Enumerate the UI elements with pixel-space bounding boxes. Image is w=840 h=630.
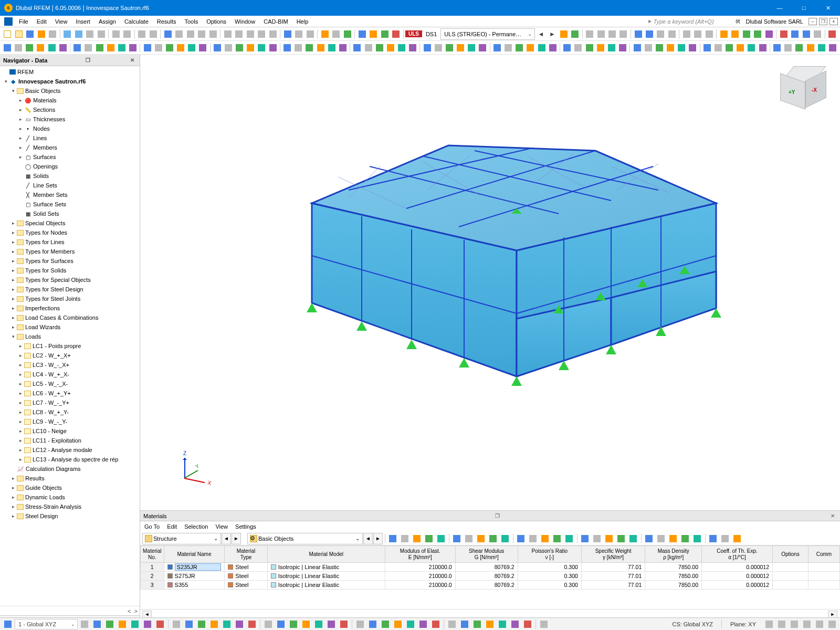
sb-btn-17[interactable] (300, 619, 312, 629)
tree-mid-5[interactable]: ▸Types for Solids (0, 266, 140, 275)
tb1-btn-37[interactable] (356, 28, 367, 40)
tb1-btn-23[interactable] (222, 28, 233, 40)
sb-btn-9[interactable] (196, 619, 207, 629)
mat-tb-btn-6[interactable] (463, 533, 475, 544)
tb2-btn-36[interactable] (422, 42, 433, 54)
tb2-btn-13[interactable] (153, 42, 164, 54)
tb1-rbtn-0[interactable] (558, 28, 569, 40)
tb2-btn-12[interactable] (142, 42, 153, 54)
mat-dd-basic[interactable]: ⚙Basic Objects (247, 533, 363, 544)
tb2-btn-14[interactable] (164, 42, 175, 54)
tb2-btn-27[interactable] (316, 42, 326, 54)
tree-bo-5[interactable]: ▸╱Members (0, 143, 140, 152)
tree-bo-11[interactable]: ▢Surface Sets (0, 200, 140, 209)
tb1-rbtn-4[interactable] (595, 28, 606, 40)
keyword-search[interactable]: Type a keyword (Alt+Q) (648, 18, 719, 25)
tb2-btn-45[interactable] (525, 42, 536, 54)
mat-menu-view[interactable]: View (215, 523, 228, 530)
tree-lc-6[interactable]: ▸LC7 - W_-_Y+ (0, 398, 140, 407)
tb2-btn-50[interactable] (584, 42, 595, 54)
tb2-btn-9[interactable] (106, 42, 116, 54)
mat-col-10[interactable]: Options (773, 546, 808, 563)
sb-btn-24[interactable] (392, 619, 404, 629)
mat-col-5[interactable]: Shear ModulusG [N/mm²] (455, 546, 518, 563)
tree-mid-11[interactable]: ▸Load Wizards (0, 322, 140, 332)
sb-btn-33[interactable] (509, 619, 521, 629)
tb1-rbtn-9[interactable] (644, 28, 655, 40)
tree-bo-0[interactable]: ▸🔴Materials (0, 96, 140, 105)
navigation-cube[interactable]: +Y -X (779, 65, 824, 110)
tb1-rbtn-24[interactable] (790, 28, 800, 40)
tb2-btn-29[interactable] (338, 42, 348, 54)
tb2-btn-17[interactable] (197, 42, 208, 54)
tree-bo-1[interactable]: ▸📏Sections (0, 105, 140, 114)
navigator-hscroll[interactable]: < > (0, 606, 140, 615)
mat-col-8[interactable]: Mass Densityρ [kg/m³] (645, 546, 702, 563)
tb2-btn-7[interactable] (83, 42, 93, 54)
tb2-btn-5[interactable] (58, 42, 68, 54)
tb2-btn-67[interactable] (783, 42, 793, 54)
tb2-btn-66[interactable] (772, 42, 782, 54)
tb1-btn-4[interactable] (47, 28, 58, 40)
mat-tb-btn-4[interactable] (435, 533, 447, 544)
mat-nav1-0[interactable]: ◄ (222, 533, 231, 544)
mat-tb-btn-2[interactable] (411, 533, 423, 544)
tb2-btn-30[interactable] (352, 42, 362, 54)
tree-mid-7[interactable]: ▸Types for Steel Design (0, 285, 140, 294)
tb1-rbtn-11[interactable] (667, 28, 677, 40)
mat-tb-btn-20[interactable] (643, 533, 655, 544)
materials-close-button[interactable]: ✕ (828, 512, 837, 520)
mat-tb-btn-0[interactable] (387, 533, 398, 544)
mat-col-6[interactable]: Poisson's Ratioν [-] (518, 546, 581, 563)
mat-col-9[interactable]: Coeff. of Th. Exp.α [1/°C] (702, 546, 773, 563)
mat-nav1-1[interactable]: ► (232, 533, 241, 544)
tb1-btn-35[interactable] (342, 28, 352, 40)
sb-btn-16[interactable] (288, 619, 299, 629)
sb-btn-6[interactable] (154, 619, 166, 629)
tree-mid-2[interactable]: ▸Types for Lines (0, 237, 140, 247)
tb2-btn-61[interactable] (713, 42, 723, 54)
tb2-btn-23[interactable] (268, 42, 278, 54)
tree-lc-11[interactable]: ▸LC12 - Analyse modale (0, 445, 140, 455)
sb-rbtn-4[interactable] (814, 619, 825, 629)
tb1-btn-25[interactable] (245, 28, 255, 40)
tree-lc-2[interactable]: ▸LC3 - W_-_X+ (0, 360, 140, 370)
tb2-btn-65[interactable] (758, 42, 768, 54)
tb2-btn-51[interactable] (595, 42, 606, 54)
tree-root[interactable]: RFEM (0, 67, 140, 77)
tb2-btn-8[interactable] (94, 42, 105, 54)
tb1-btn-33[interactable] (319, 28, 330, 40)
tree-bo-7[interactable]: ◯Openings (0, 162, 140, 171)
tree-mid-6[interactable]: ▸Types for Special Objects (0, 275, 140, 285)
tb2-btn-1[interactable] (13, 42, 24, 54)
sb-btn-8[interactable] (183, 619, 195, 629)
mat-row-2[interactable]: 3S355SteelIsotropic | Linear Elastic2100… (141, 581, 840, 590)
mat-tb-btn-22[interactable] (667, 533, 679, 544)
mdi-minimize[interactable]: – (808, 18, 817, 25)
tree-lc-4[interactable]: ▸LC5 - W_-_X- (0, 379, 140, 388)
sb-btn-35[interactable] (538, 619, 550, 629)
tb1-rbtn-17[interactable] (719, 28, 729, 40)
sb-btn-11[interactable] (221, 619, 233, 629)
tree-bo-2[interactable]: ▸▭Thicknesses (0, 114, 140, 124)
mat-tb-btn-8[interactable] (487, 533, 499, 544)
mat-menu-selection[interactable]: Selection (184, 523, 208, 530)
hammer-icon[interactable]: 🛠 (735, 18, 741, 25)
tb2-btn-28[interactable] (327, 42, 337, 54)
tb2-btn-41[interactable] (477, 42, 488, 54)
materials-table[interactable]: MaterialNo.Material NameMaterialTypeMate… (140, 545, 840, 609)
tree-mid-8[interactable]: ▸Types for Steel Joints (0, 294, 140, 303)
tb2-btn-56[interactable] (654, 42, 665, 54)
tree-bo-12[interactable]: ▦Solid Sets (0, 209, 140, 218)
mat-tb-btn-12[interactable] (539, 533, 551, 544)
mat-col-3[interactable]: Material Model (267, 546, 385, 563)
mdi-close[interactable]: × (830, 18, 838, 25)
mat-col-1[interactable]: Material Name (164, 546, 225, 563)
tree-bo-8[interactable]: ▦Solids (0, 171, 140, 181)
tree-lc-7[interactable]: ▸LC8 - W_+_Y- (0, 407, 140, 417)
menu-calculate[interactable]: Calculate (120, 16, 153, 27)
tb2-btn-54[interactable] (632, 42, 643, 54)
tb2-btn-26[interactable] (304, 42, 314, 54)
tree-post-2[interactable]: ▸Guide Objects (0, 483, 140, 492)
tb1-rbtn-18[interactable] (730, 28, 740, 40)
